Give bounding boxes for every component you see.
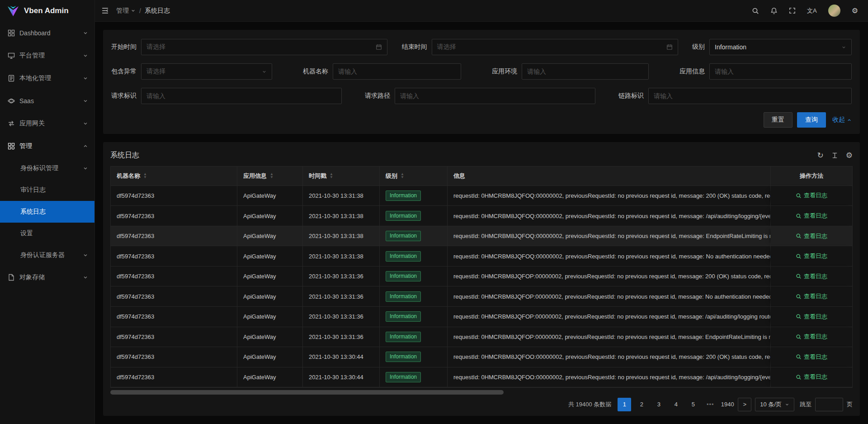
request-id-field: 请求标识 <box>111 88 342 104</box>
level-badge: Information <box>386 231 421 241</box>
gear-icon[interactable]: ⚙ <box>852 7 858 14</box>
filter-panel: 开始时间 请选择 结束时间 请选择 级别 Information <box>103 30 860 134</box>
pagination-page[interactable]: ••• <box>703 398 717 411</box>
table-row: df5974d72363 ApiGateWay 2021-10-30 13:31… <box>111 206 852 226</box>
sidebar-item-label: Saas <box>19 97 34 105</box>
page-jumper: 跳至 页 <box>800 398 853 411</box>
sidebar-subitem[interactable]: 审计日志 <box>0 179 94 201</box>
sidebar-item-label: Dashboard <box>19 29 51 37</box>
collapse-link[interactable]: 收起 <box>832 116 852 124</box>
cell-machine-name: df5974d72363 <box>111 307 237 327</box>
request-id-input[interactable] <box>141 88 342 104</box>
sidebar-subitem[interactable]: 身份标识管理 <box>0 157 94 179</box>
breadcrumb-current: 系统日志 <box>145 7 170 15</box>
next-page-button[interactable]: > <box>738 398 751 411</box>
sidebar-item-application-gateway[interactable]: 应用网关 <box>0 112 94 135</box>
cell-message: requestId: 0HMCRBM8JQFOP:00000002, previ… <box>448 267 771 286</box>
app-logo[interactable]: Vben Admin <box>0 0 94 22</box>
view-log-link[interactable]: 查看日志 <box>796 272 827 281</box>
cell-message: requestId: 0HMCRBM8JQFOQ:00000002, previ… <box>448 226 771 246</box>
sidebar-item-localization-management[interactable]: 本地化管理 <box>0 67 94 90</box>
sidebar-subitem-label: 系统日志 <box>20 208 46 216</box>
field-label: 链路标识 <box>618 92 644 100</box>
magnifier-icon <box>796 354 802 360</box>
exception-select[interactable]: 请选择 <box>141 63 272 80</box>
jump-page-input[interactable] <box>815 398 843 411</box>
cell-app-info: ApiGateWay <box>237 307 303 327</box>
column-header-machine-name[interactable]: 机器名称 ▲▼ <box>111 167 237 186</box>
sidebar-item-dashboard[interactable]: Dashboard <box>0 22 94 44</box>
view-log-link[interactable]: 查看日志 <box>796 373 827 381</box>
view-log-link[interactable]: 查看日志 <box>796 191 827 200</box>
level-badge: Information <box>386 372 421 382</box>
sidebar-subitem[interactable]: 系统日志 <box>0 201 94 223</box>
pagination-page[interactable]: 4 <box>669 398 683 411</box>
start-time-input[interactable]: 请选择 <box>141 39 387 55</box>
view-log-link[interactable]: 查看日志 <box>796 353 827 361</box>
view-log-link[interactable]: 查看日志 <box>796 333 827 341</box>
pagination-page[interactable]: 1940 <box>721 398 734 411</box>
view-log-link[interactable]: 查看日志 <box>796 232 827 240</box>
environment-field: 应用环境 <box>492 63 649 80</box>
level-select[interactable]: Information <box>709 39 852 55</box>
pagination-page[interactable]: 1 <box>618 398 631 411</box>
app-info-field: 应用信息 <box>679 63 852 80</box>
row-height-icon[interactable] <box>831 152 838 159</box>
sidebar-item-saas[interactable]: Saas <box>0 90 94 112</box>
cell-message: requestId: 0HMCRBM8JQFOO:00000002, previ… <box>448 367 771 387</box>
column-settings-icon[interactable]: ⚙ <box>846 152 853 159</box>
view-log-link[interactable]: 查看日志 <box>796 313 827 321</box>
cell-level: Information <box>380 307 448 327</box>
sidebar-subitem-label: 审计日志 <box>20 186 46 194</box>
sidebar-item-management[interactable]: 管理 <box>0 135 94 157</box>
sidebar-item-platform-management[interactable]: 平台管理 <box>0 44 94 67</box>
top-header: 管理 / 系统日志 文A ⚙ <box>95 0 868 22</box>
cell-action: 查看日志 <box>771 246 852 266</box>
user-avatar[interactable] <box>828 5 840 17</box>
magnifier-icon <box>796 374 802 380</box>
breadcrumb-section[interactable]: 管理 <box>116 7 136 15</box>
column-header-level[interactable]: 级别 ▲▼ <box>380 167 448 186</box>
sidebar-subitem[interactable]: 设置 <box>0 223 94 244</box>
sidebar-subitem[interactable]: 身份认证服务器 <box>0 244 94 266</box>
notification-bell-icon[interactable] <box>770 7 778 14</box>
view-log-link[interactable]: 查看日志 <box>796 212 827 220</box>
cell-message: requestId: 0HMCRBM8JQFOO:00000002, previ… <box>448 347 771 367</box>
refresh-icon[interactable]: ↻ <box>817 152 824 159</box>
search-icon[interactable] <box>752 7 759 14</box>
reset-button[interactable]: 重置 <box>764 112 793 128</box>
request-path-input[interactable] <box>395 88 595 104</box>
pagination-page[interactable]: 5 <box>686 398 700 411</box>
sidebar-item-object-storage[interactable]: 对象存储 <box>0 266 94 289</box>
cell-level: Information <box>380 267 448 286</box>
machine-name-input[interactable] <box>333 63 461 80</box>
chevron-down-icon <box>83 275 88 280</box>
trace-id-input[interactable] <box>648 88 852 104</box>
magnifier-icon <box>796 273 802 279</box>
column-header-app-info[interactable]: 应用信息 ▲▼ <box>237 167 303 186</box>
management-icon <box>8 143 15 150</box>
level-badge: Information <box>386 251 421 262</box>
scrollbar-thumb[interactable] <box>110 390 504 395</box>
fullscreen-icon[interactable] <box>789 7 796 14</box>
sidebar: Vben Admin Dashboard 平台管理 本地化管理 <box>0 0 95 424</box>
menu-fold-icon[interactable] <box>101 7 109 14</box>
end-time-input[interactable]: 请选择 <box>432 39 678 55</box>
pagination-page[interactable]: 3 <box>652 398 665 411</box>
end-time-field: 结束时间 请选择 <box>402 39 678 55</box>
pagination-page[interactable]: 2 <box>635 398 648 411</box>
environment-input[interactable] <box>522 63 649 80</box>
page-size-select[interactable]: 10 条/页 <box>755 398 794 411</box>
table-row: df5974d72363 ApiGateWay 2021-10-30 13:31… <box>111 246 852 267</box>
main-content: 开始时间 请选择 结束时间 请选择 级别 Information <box>95 22 868 424</box>
cell-timestamp: 2021-10-30 13:31:36 <box>303 286 380 306</box>
translate-icon[interactable]: 文A <box>807 8 817 14</box>
filter-row-2: 包含异常 请选择 机器名称 应用环境 应用信息 <box>111 63 852 80</box>
app-info-input[interactable] <box>709 63 852 80</box>
cell-app-info: ApiGateWay <box>237 327 303 347</box>
exception-field: 包含异常 请选择 <box>111 63 272 80</box>
view-log-link[interactable]: 查看日志 <box>796 252 827 260</box>
view-log-link[interactable]: 查看日志 <box>796 292 827 300</box>
search-button[interactable]: 查询 <box>797 112 826 128</box>
column-header-timestamp[interactable]: 时间戳 ▲▼ <box>303 167 380 186</box>
